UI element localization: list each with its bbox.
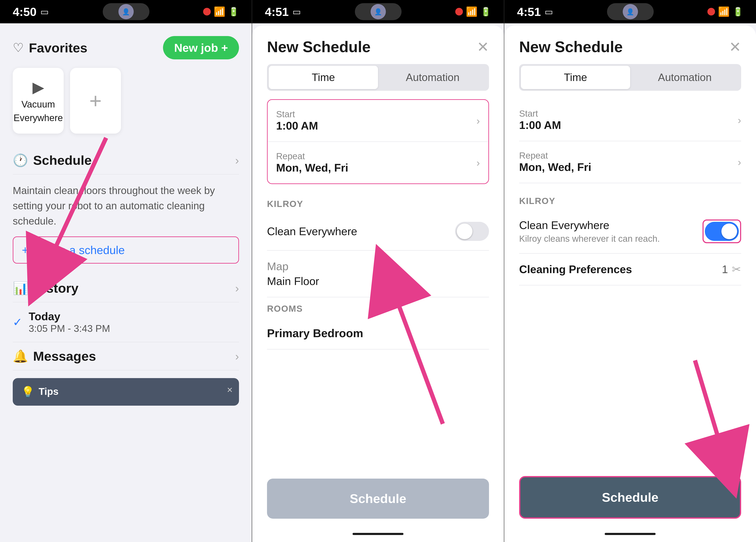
- mid-clean-everywhere-row: Clean Everywhere: [267, 213, 489, 251]
- mid-start-chevron: ›: [476, 115, 480, 127]
- history-chevron: ›: [235, 281, 239, 295]
- mid-panel: 4:51 ▭ 👤 📶 🔋 New Schedule ✕ Time Automat…: [252, 0, 504, 542]
- right-modal-header: New Schedule ✕: [504, 25, 756, 64]
- toggle-knob-mid: [457, 224, 472, 239]
- status-bar-right: 4:51 ▭ 👤 📶 🔋: [504, 0, 756, 23]
- mid-rooms-label: ROOMS: [267, 297, 489, 317]
- mid-modal: New Schedule ✕ Time Automation Start 1:0…: [252, 25, 504, 542]
- mid-map-value: Main Floor: [267, 275, 489, 287]
- status-time-mid: 4:51: [265, 5, 289, 19]
- tips-title: Tips: [39, 386, 59, 397]
- mid-modal-close[interactable]: ✕: [477, 39, 489, 55]
- job-card-line1: Vacuum: [17, 99, 59, 110]
- right-kilroy-label: KILROY: [519, 190, 741, 210]
- settings-icon-right: ✂: [732, 263, 741, 276]
- favorites-header: ♡ Favorites New job +: [13, 36, 239, 59]
- tab-automation-mid[interactable]: Automation: [378, 66, 487, 89]
- right-repeat-value: Mon, Wed, Fri: [519, 161, 591, 174]
- history-title: History: [33, 280, 79, 295]
- right-schedule-content: Start 1:00 AM › Repeat Mon, Wed, Fri › K…: [504, 99, 756, 465]
- mid-repeat-label: Repeat: [276, 151, 348, 161]
- job-cards: ▶ Vacuum Everywhere +: [13, 68, 239, 134]
- right-modal-title: New Schedule: [519, 38, 623, 56]
- schedule-icon: 🕐: [13, 153, 28, 168]
- right-repeat-row[interactable]: Repeat Mon, Wed, Fri ›: [519, 141, 741, 183]
- right-modal-close[interactable]: ✕: [729, 39, 741, 55]
- schedule-nav-row[interactable]: 🕐 Schedule ›: [13, 146, 239, 175]
- mid-modal-title: New Schedule: [267, 38, 371, 56]
- new-job-button[interactable]: New job +: [163, 36, 239, 59]
- tips-card: 💡 Tips ×: [13, 378, 239, 406]
- right-clean-everywhere-label: Clean Everywhere: [519, 219, 609, 231]
- tab-automation-right[interactable]: Automation: [630, 66, 739, 89]
- messages-chevron: ›: [235, 350, 239, 363]
- mid-start-row[interactable]: Start 1:00 AM ›: [268, 100, 488, 142]
- right-panel: 4:51 ▭ 👤 📶 🔋 New Schedule ✕ Time Automat…: [504, 0, 756, 542]
- status-time-left: 4:50: [13, 5, 37, 19]
- right-repeat-chevron: ›: [738, 156, 741, 168]
- schedule-title: Schedule: [33, 153, 92, 168]
- wifi-icon-right: 📶: [718, 6, 730, 17]
- mid-start-label: Start: [276, 109, 318, 119]
- right-clean-everywhere-row: Clean Everywhere Kilroy cleans wherever …: [519, 210, 741, 254]
- battery-icon-mid: 🔋: [481, 7, 491, 17]
- screen-icon-mid: ▭: [292, 7, 301, 17]
- right-start-row[interactable]: Start 1:00 AM ›: [519, 99, 741, 141]
- avatar-pill-mid: 👤: [355, 3, 402, 20]
- right-repeat-label: Repeat: [519, 151, 591, 161]
- right-start-chevron: ›: [738, 114, 741, 126]
- bulb-icon: 💡: [21, 386, 34, 398]
- messages-nav-row[interactable]: 🔔 Messages ›: [13, 342, 239, 370]
- mid-repeat-row[interactable]: Repeat Mon, Wed, Fri ›: [268, 142, 488, 184]
- mid-map-row[interactable]: Map Main Floor: [267, 251, 489, 297]
- avatar-pill-left: 👤: [103, 3, 149, 20]
- schedule-chevron: ›: [235, 154, 239, 167]
- avatar-right: 👤: [623, 4, 638, 19]
- tab-time-mid[interactable]: Time: [269, 66, 378, 89]
- avatar-left: 👤: [118, 4, 134, 19]
- favorites-title: Favorites: [29, 40, 87, 55]
- job-card-line2: Everywhere: [9, 113, 67, 123]
- right-schedule-button[interactable]: Schedule: [519, 476, 741, 519]
- tab-time-right[interactable]: Time: [521, 66, 630, 89]
- add-job-card[interactable]: +: [70, 68, 121, 134]
- history-nav-row[interactable]: 📊 History ›: [13, 274, 239, 302]
- right-clean-everywhere-toggle[interactable]: [705, 222, 739, 241]
- mid-start-value: 1:00 AM: [276, 119, 318, 132]
- rec-dot-left: [203, 8, 211, 15]
- battery-icon-left: 🔋: [228, 7, 239, 17]
- right-cleaning-prefs-row[interactable]: Cleaning Preferences 1 ✂: [519, 254, 741, 285]
- vacuum-everywhere-card[interactable]: ▶ Vacuum Everywhere: [13, 68, 64, 134]
- create-schedule-button[interactable]: + Create a schedule: [13, 237, 239, 264]
- battery-icon-right: 🔋: [733, 7, 743, 17]
- status-bar-mid: 4:51 ▭ 👤 📶 🔋: [252, 0, 504, 23]
- mid-schedule-button[interactable]: Schedule: [267, 479, 489, 519]
- add-icon: +: [89, 89, 102, 113]
- right-tab-switcher: Time Automation: [519, 64, 741, 91]
- wifi-icon-mid: 📶: [466, 6, 478, 17]
- right-home-indicator: [504, 529, 756, 542]
- mid-kilroy-label: KILROY: [267, 193, 489, 213]
- mid-home-indicator: [252, 529, 504, 542]
- mid-primary-bedroom[interactable]: Primary Bedroom: [267, 317, 489, 349]
- left-panel: 4:50 ▭ 👤 📶 🔋 ♡ Favorites New job + ▶: [0, 0, 252, 542]
- left-content: ♡ Favorites New job + ▶ Vacuum Everywher…: [0, 23, 252, 542]
- schedule-description: Maintain clean floors throughout the wee…: [13, 175, 239, 237]
- tips-close-button[interactable]: ×: [227, 384, 233, 395]
- history-time: 3:05 PM - 3:43 PM: [29, 323, 110, 334]
- mid-map-label: Map: [267, 260, 489, 273]
- right-clean-everywhere-sublabel: Kilroy cleans wherever it can reach.: [519, 234, 660, 244]
- mid-clean-everywhere-label: Clean Everywhere: [267, 225, 357, 238]
- right-cleaning-prefs-label: Cleaning Preferences: [519, 263, 632, 276]
- mid-start-repeat-block: Start 1:00 AM › Repeat Mon, Wed, Fri ›: [267, 99, 489, 184]
- mid-repeat-chevron: ›: [476, 157, 480, 169]
- status-time-right: 4:51: [517, 5, 541, 19]
- messages-title: Messages: [33, 348, 96, 364]
- play-icon: ▶: [32, 78, 44, 96]
- right-start-label: Start: [519, 109, 561, 119]
- right-schedule-btn-wrap: Schedule: [504, 465, 756, 529]
- avatar-mid: 👤: [371, 4, 386, 19]
- mid-clean-everywhere-toggle[interactable]: [455, 222, 489, 241]
- mid-schedule-content: Start 1:00 AM › Repeat Mon, Wed, Fri › K…: [252, 99, 504, 468]
- rec-dot-mid: [455, 8, 463, 15]
